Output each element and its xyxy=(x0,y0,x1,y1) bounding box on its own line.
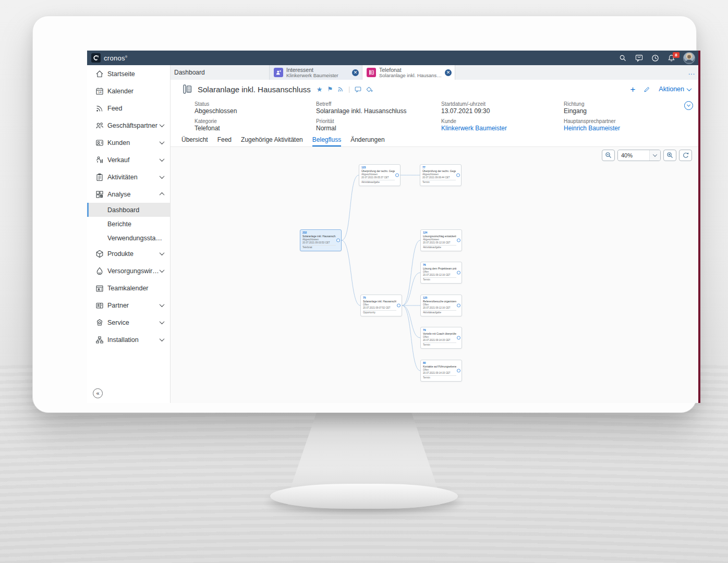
chevron-down-icon xyxy=(160,319,165,324)
node-expand-icon[interactable] xyxy=(456,174,460,177)
sidebar-item-produkte[interactable]: Produkte xyxy=(87,245,170,262)
flow-node-77[interactable]: 77Überprüfung der techn. Gege...Abgeschl… xyxy=(420,164,462,186)
node-type: Termin xyxy=(423,277,456,282)
add-button[interactable]: + xyxy=(630,85,635,94)
chevron-down-icon xyxy=(160,174,165,179)
document-flow-canvas[interactable]: 123Überprüfung der techn. Gege...Abgesch… xyxy=(171,146,700,403)
sidebar-item-label: Startseite xyxy=(107,70,164,78)
tag-icon[interactable] xyxy=(366,86,373,93)
chevron-down-icon xyxy=(160,156,165,162)
zoom-level-input[interactable] xyxy=(618,151,649,160)
close-icon[interactable]: ✕ xyxy=(352,69,359,76)
sidebar-item-feed[interactable]: Feed xyxy=(87,100,170,117)
monitor-stand-base xyxy=(270,484,458,509)
node-id: 76 xyxy=(423,263,456,267)
cobrowse-call-icon[interactable] xyxy=(635,54,643,62)
contact-link[interactable]: Heinrich Baumeister xyxy=(564,125,680,132)
node-expand-icon[interactable] xyxy=(336,239,340,242)
flow-node-232[interactable]: 232Solaranlage inkl. Hausansch...Abgesch… xyxy=(300,229,342,251)
sidebar-item-label: Produkte xyxy=(107,250,160,258)
sidebar-item-kalender[interactable]: 14Kalender xyxy=(87,82,170,100)
notifications-bell-icon[interactable]: 8 xyxy=(667,54,675,62)
node-type: Opportunity xyxy=(363,310,396,314)
chevron-down-icon xyxy=(160,122,165,127)
tab-uebersicht[interactable]: Übersicht xyxy=(181,135,208,146)
reset-view-button[interactable] xyxy=(679,150,692,161)
sidebar-item-label: Dashboard xyxy=(107,206,164,214)
sidebar-item-verwendungsstatistik[interactable]: Verwendungsstatistik xyxy=(87,231,170,245)
flow-node-79[interactable]: 79Vorteile mit Coach überprüfenOffen20.0… xyxy=(420,327,462,349)
user-avatar[interactable] xyxy=(683,52,695,64)
svg-text:14: 14 xyxy=(98,91,102,94)
node-expand-icon[interactable] xyxy=(457,271,460,275)
header-expand-button[interactable] xyxy=(684,101,693,110)
sidebar-item-label: Service xyxy=(107,319,160,326)
zoom-dropdown-button[interactable] xyxy=(649,150,660,161)
sidebar-collapse-button[interactable]: « xyxy=(93,388,103,398)
zoom-in-button[interactable] xyxy=(663,150,676,161)
sidebar-item-startseite[interactable]: Startseite xyxy=(87,65,170,82)
favorite-star-icon[interactable]: ★ xyxy=(317,86,323,93)
flow-node-80[interactable]: 80Kontakte auf Führungsebene ...Offen20.… xyxy=(420,360,462,382)
notification-badge: 8 xyxy=(673,52,680,58)
screen-edge-strip xyxy=(698,51,700,403)
sidebar-item-versorgungswirtschaft[interactable]: Versorgungswirtschaft xyxy=(87,262,170,279)
sidebar-item-verkauf[interactable]: Verkauf xyxy=(87,151,170,168)
tab-belegfluss[interactable]: Belegfluss xyxy=(312,135,341,146)
sidebar-item-teamkalender[interactable]: Teamkalender xyxy=(87,279,170,297)
actions-menu-button[interactable]: Aktionen xyxy=(659,85,691,93)
sidebar-item-label: Versorgungswirtschaft xyxy=(107,267,160,275)
sidebar-item-analyse[interactable]: Analyse xyxy=(87,186,170,203)
field-label: Priorität xyxy=(316,118,441,125)
node-expand-icon[interactable] xyxy=(457,239,460,242)
node-title: Kontakte auf Führungsebene ... xyxy=(423,365,456,369)
products-icon xyxy=(95,250,104,258)
calendar-icon: 14 xyxy=(95,87,104,95)
flow-node-76[interactable]: 76Lösung dem Projektteam prä...Offen20.0… xyxy=(420,262,462,284)
sidebar-item-service[interactable]: Service xyxy=(87,314,170,331)
sidebar-item-partner[interactable]: Partner xyxy=(87,297,170,314)
edit-pencil-icon[interactable] xyxy=(644,86,650,93)
history-clock-icon[interactable] xyxy=(651,54,659,62)
zoom-out-button[interactable] xyxy=(602,150,615,161)
flow-edge-232-123 xyxy=(342,175,359,240)
sidebar-item-installation[interactable]: Installation xyxy=(87,331,170,348)
flow-node-124[interactable]: 124Lösungsvorschlag entwickelnAbgeschlos… xyxy=(420,229,462,251)
node-id: 124 xyxy=(423,231,456,235)
field-label: Hauptansprechpartner xyxy=(564,118,680,125)
feed-rss-icon[interactable] xyxy=(337,86,344,92)
tab-dashboard[interactable]: Dashboard xyxy=(171,65,270,80)
tab-feed[interactable]: Feed xyxy=(217,135,232,146)
customer-link[interactable]: Klinkerwerk Baumeister xyxy=(441,125,564,132)
comment-icon[interactable] xyxy=(355,86,361,93)
sidebar-item-aktivitäten[interactable]: Aktivitäten xyxy=(87,168,170,186)
node-expand-icon[interactable] xyxy=(457,369,460,373)
customers-icon xyxy=(95,139,104,147)
node-expand-icon[interactable] xyxy=(457,336,460,340)
field-value: Eingang xyxy=(564,107,680,115)
tab-zugehoerige-aktivitaeten[interactable]: Zugehörige Aktivitäten xyxy=(241,135,303,146)
partners-icon xyxy=(95,121,104,130)
field-value: Abgeschlossen xyxy=(195,107,316,115)
tab-telefonat[interactable]: Telefonat Solaranlage inkl. Hausanschlus… xyxy=(362,65,455,80)
sidebar-item-berichte[interactable]: Berichte xyxy=(87,217,170,231)
node-expand-icon[interactable] xyxy=(395,174,399,177)
sidebar-item-kunden[interactable]: Kunden xyxy=(87,134,170,151)
node-id: 75 xyxy=(363,296,396,300)
node-expand-icon[interactable] xyxy=(397,304,401,308)
monitor-bezel: cronos® 8 Startseite14KalenderFeedGeschä… xyxy=(32,16,697,413)
node-expand-icon[interactable] xyxy=(457,304,460,308)
flow-node-123[interactable]: 123Überprüfung der techn. Gege...Abgesch… xyxy=(359,164,401,186)
field-label: Startdatum/-uhrzeit xyxy=(441,101,564,107)
tab-aenderungen[interactable]: Änderungen xyxy=(350,135,384,146)
tab-interessent[interactable]: Interessent Klinkerwerk Baumeister ✕ xyxy=(270,65,362,80)
sidebar-item-label: Geschäftspartner xyxy=(107,122,160,129)
node-date: 20.07.2021 09:12:16 CET xyxy=(423,241,456,244)
flow-node-125[interactable]: 125Referenzbesuche organisierenOffen20.0… xyxy=(420,295,462,316)
flag-icon[interactable]: ⚑ xyxy=(327,86,333,92)
sidebar-item-geschäftspartner[interactable]: Geschäftspartner xyxy=(87,117,170,134)
sidebar-item-dashboard[interactable]: Dashboard xyxy=(87,203,170,217)
flow-node-75[interactable]: 75Solaranlage inkl. Hausanschl...Offen20… xyxy=(360,295,402,316)
search-icon[interactable] xyxy=(618,54,627,62)
close-icon[interactable]: ✕ xyxy=(445,69,452,76)
